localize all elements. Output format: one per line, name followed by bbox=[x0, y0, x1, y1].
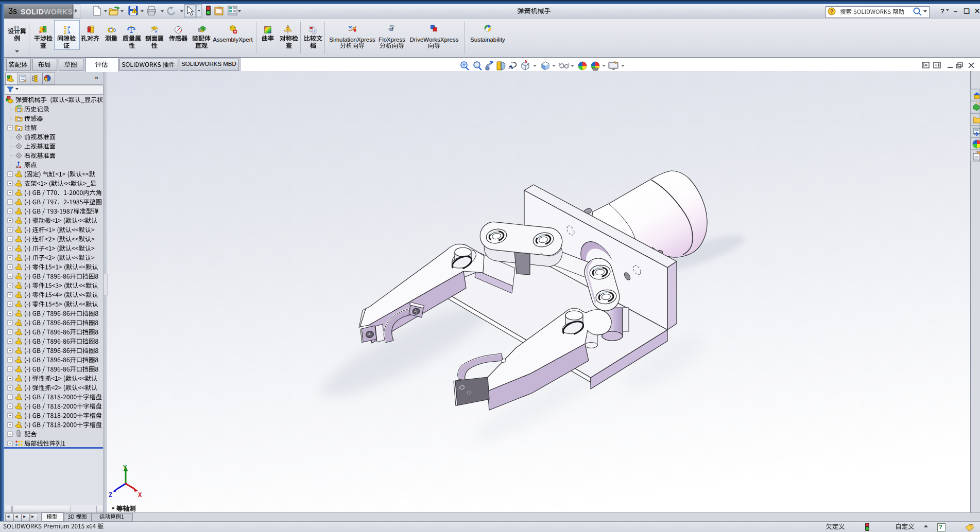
svg-text:?: ? bbox=[830, 9, 833, 14]
svg-text:Y: Y bbox=[123, 465, 127, 472]
svg-text:?: ? bbox=[314, 29, 316, 33]
svg-text:X: X bbox=[138, 492, 142, 499]
svg-text:*: * bbox=[112, 505, 115, 513]
svg-text:Z: Z bbox=[109, 492, 112, 499]
